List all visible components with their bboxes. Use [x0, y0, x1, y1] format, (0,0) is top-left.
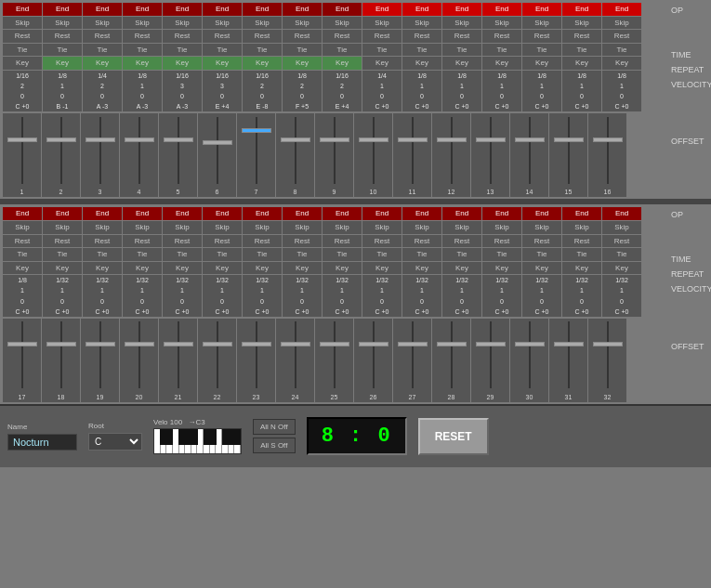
step-11-key-button[interactable]: Key: [402, 57, 441, 70]
fader-13[interactable]: 13: [471, 113, 509, 197]
step-4-key-button[interactable]: Key: [123, 57, 162, 70]
step-6-end-button[interactable]: End: [203, 3, 242, 16]
step-7-end-button[interactable]: End: [243, 207, 282, 220]
step-4-skip-button[interactable]: Skip: [123, 221, 162, 234]
step-11-rest-button[interactable]: Rest: [402, 235, 441, 248]
step-14-end-button[interactable]: End: [522, 207, 561, 220]
fader-12-thumb[interactable]: [437, 137, 467, 142]
fader-32[interactable]: 32: [588, 319, 626, 402]
black-key-8[interactable]: [229, 429, 235, 445]
all-s-off-button[interactable]: All S Off: [253, 438, 296, 453]
step-8-tie-button[interactable]: Tie: [283, 248, 322, 261]
step-2-key-button[interactable]: Key: [43, 262, 82, 275]
step-3-rest-button[interactable]: Rest: [83, 30, 122, 43]
fader-31-thumb[interactable]: [554, 342, 584, 346]
black-key-2[interactable]: [178, 429, 185, 445]
step-15-key-button[interactable]: Key: [562, 262, 601, 275]
step-15-skip-button[interactable]: Skip: [562, 17, 601, 30]
fader-9[interactable]: 9: [315, 113, 353, 197]
step-7-tie-button[interactable]: Tie: [243, 248, 282, 261]
step-10-key-button[interactable]: Key: [362, 262, 402, 275]
step-10-key-button[interactable]: Key: [362, 57, 402, 70]
step-1-key-button[interactable]: Key: [3, 57, 42, 70]
step-10-skip-button[interactable]: Skip: [362, 17, 402, 30]
fader-9-thumb[interactable]: [320, 137, 349, 142]
step-13-tie-button[interactable]: Tie: [482, 44, 521, 57]
step-9-key-button[interactable]: Key: [323, 57, 362, 70]
fader-17[interactable]: 17: [3, 319, 41, 402]
step-4-skip-button[interactable]: Skip: [123, 17, 162, 30]
fader-25-thumb[interactable]: [320, 342, 349, 346]
step-6-key-button[interactable]: Key: [203, 262, 242, 275]
fader-19-thumb[interactable]: [86, 342, 115, 346]
step-1-rest-button[interactable]: Rest: [3, 235, 42, 248]
fader-11-thumb[interactable]: [398, 137, 428, 142]
step-11-end-button[interactable]: End: [402, 3, 441, 16]
step-8-tie-button[interactable]: Tie: [283, 44, 322, 57]
name-input[interactable]: [7, 434, 77, 451]
fader-21-thumb[interactable]: [164, 342, 193, 346]
step-3-rest-button[interactable]: Rest: [83, 235, 122, 248]
step-8-rest-button[interactable]: Rest: [283, 30, 322, 43]
step-4-rest-button[interactable]: Rest: [123, 235, 162, 248]
fader-32-thumb[interactable]: [593, 342, 623, 346]
fader-2[interactable]: 2: [42, 113, 80, 197]
step-2-end-button[interactable]: End: [43, 207, 82, 220]
black-key-5[interactable]: [204, 429, 210, 445]
step-14-rest-button[interactable]: Rest: [522, 235, 561, 248]
step-3-tie-button[interactable]: Tie: [83, 44, 122, 57]
fader-21[interactable]: 21: [159, 319, 197, 402]
step-12-end-button[interactable]: End: [442, 207, 481, 220]
fader-8[interactable]: 8: [276, 113, 314, 197]
fader-20[interactable]: 20: [120, 319, 158, 402]
step-13-tie-button[interactable]: Tie: [482, 248, 521, 261]
fader-20-thumb[interactable]: [125, 342, 154, 346]
fader-17-thumb[interactable]: [7, 342, 37, 346]
step-16-end-button[interactable]: End: [602, 3, 641, 16]
step-9-end-button[interactable]: End: [323, 3, 362, 16]
step-2-skip-button[interactable]: Skip: [43, 221, 82, 234]
step-9-rest-button[interactable]: Rest: [323, 30, 362, 43]
fader-30[interactable]: 30: [510, 319, 548, 402]
step-4-tie-button[interactable]: Tie: [123, 248, 162, 261]
step-5-skip-button[interactable]: Skip: [163, 221, 202, 234]
step-15-rest-button[interactable]: Rest: [562, 30, 601, 43]
step-5-skip-button[interactable]: Skip: [163, 17, 202, 30]
fader-7-thumb[interactable]: [242, 128, 271, 133]
step-6-end-button[interactable]: End: [203, 207, 242, 220]
step-3-tie-button[interactable]: Tie: [83, 248, 122, 261]
fader-1[interactable]: 1: [3, 113, 41, 197]
step-8-key-button[interactable]: Key: [283, 262, 322, 275]
step-6-tie-button[interactable]: Tie: [203, 248, 242, 261]
step-5-tie-button[interactable]: Tie: [163, 248, 202, 261]
step-7-key-button[interactable]: Key: [243, 262, 282, 275]
fader-23-thumb[interactable]: [242, 342, 271, 346]
fader-23[interactable]: 23: [237, 319, 275, 402]
black-key-3[interactable]: [185, 429, 191, 445]
step-5-end-button[interactable]: End: [163, 3, 202, 16]
step-3-skip-button[interactable]: Skip: [83, 221, 122, 234]
fader-30-thumb[interactable]: [515, 342, 545, 346]
step-13-key-button[interactable]: Key: [482, 57, 521, 70]
fader-29[interactable]: 29: [471, 319, 509, 402]
fader-31[interactable]: 31: [549, 319, 587, 402]
fader-18-thumb[interactable]: [46, 342, 76, 346]
step-16-skip-button[interactable]: Skip: [602, 17, 641, 30]
step-1-end-button[interactable]: End: [3, 3, 42, 16]
step-4-end-button[interactable]: End: [123, 3, 162, 16]
step-13-rest-button[interactable]: Rest: [482, 30, 521, 43]
fader-16[interactable]: 16: [588, 113, 626, 197]
step-7-skip-button[interactable]: Skip: [243, 221, 282, 234]
step-11-tie-button[interactable]: Tie: [402, 248, 441, 261]
step-5-key-button[interactable]: Key: [163, 262, 202, 275]
step-5-end-button[interactable]: End: [163, 207, 202, 220]
step-15-rest-button[interactable]: Rest: [562, 235, 601, 248]
black-key-4[interactable]: [191, 429, 198, 445]
step-5-rest-button[interactable]: Rest: [163, 30, 202, 43]
step-9-tie-button[interactable]: Tie: [323, 248, 362, 261]
step-2-key-button[interactable]: Key: [43, 57, 82, 70]
step-6-skip-button[interactable]: Skip: [203, 221, 242, 234]
fader-18[interactable]: 18: [42, 319, 80, 402]
fader-24-thumb[interactable]: [281, 342, 310, 346]
step-5-key-button[interactable]: Key: [163, 57, 202, 70]
